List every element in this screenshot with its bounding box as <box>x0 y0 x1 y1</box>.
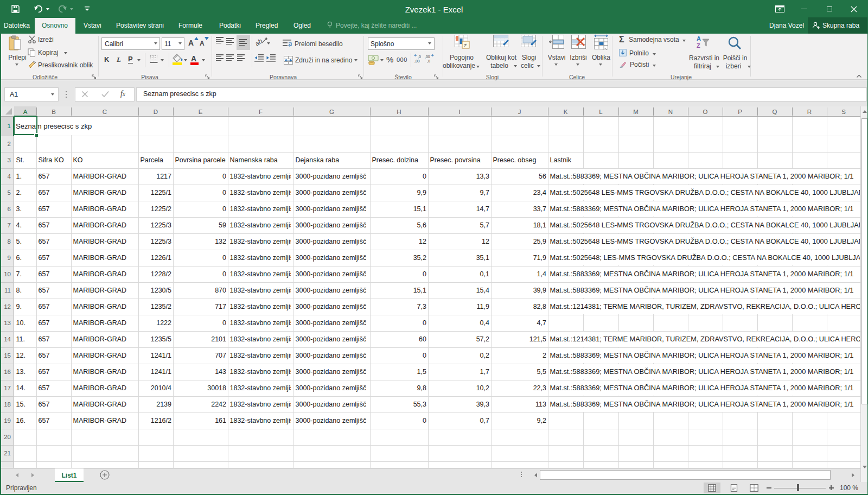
svg-text:,0: ,0 <box>427 59 430 63</box>
svg-text:Z: Z <box>697 42 700 49</box>
svg-text:≠: ≠ <box>464 42 467 48</box>
svg-text:A: A <box>697 35 701 42</box>
svg-text:,00: ,00 <box>425 55 430 59</box>
svg-text:,0: ,0 <box>418 55 421 59</box>
svg-text:,00: ,00 <box>414 59 420 63</box>
